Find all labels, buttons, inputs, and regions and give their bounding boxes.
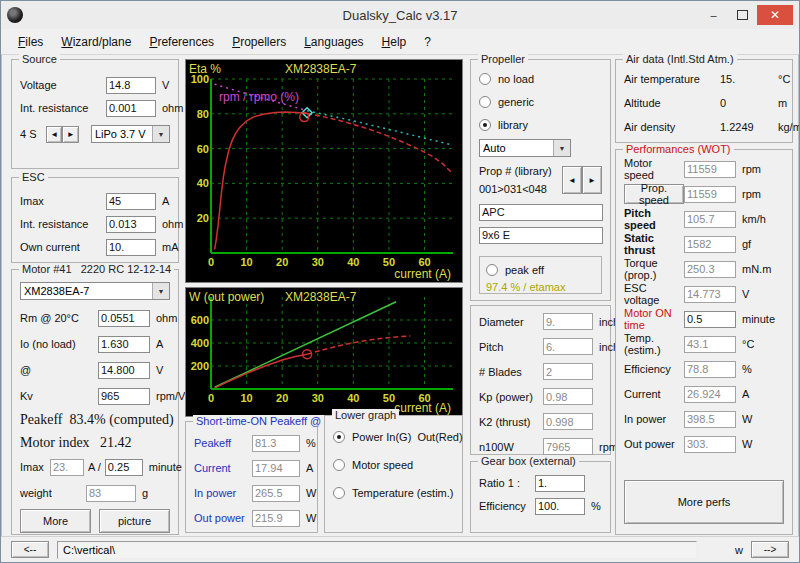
prop-next-button[interactable]: ► [582, 166, 602, 194]
more-perfs-button[interactable]: More perfs [624, 480, 784, 524]
kv-input[interactable] [98, 388, 150, 405]
svg-text:current (A): current (A) [394, 401, 451, 415]
svg-text:80: 80 [197, 108, 209, 120]
performance-label: Motor ON time [624, 307, 684, 331]
working-path-field[interactable]: C:\vertical\ [57, 541, 697, 559]
power-chart[interactable]: 0102030405060200400600W (out power)XM283… [185, 287, 463, 417]
source-int-resistance-input[interactable] [106, 100, 156, 117]
rm-label: Rm @ 20°C [20, 312, 98, 324]
svg-text:60: 60 [197, 143, 209, 155]
peak-eff-radio[interactable] [486, 264, 498, 276]
menu-question[interactable]: ? [415, 32, 440, 52]
performance-row: In powerW [624, 410, 784, 428]
picture-button[interactable]: picture [99, 509, 170, 533]
menu-propellers[interactable]: Propellers [223, 32, 295, 52]
chevron-down-icon: ▼ [152, 283, 169, 299]
source-group: Source Voltage V Int. resistance ohm 4 S… [11, 59, 179, 169]
svg-text:XM2838EA-7: XM2838EA-7 [285, 290, 357, 304]
lower-graph-option[interactable]: Temperature (estim.) [333, 484, 454, 502]
prop-prev-button[interactable]: ◄ [562, 166, 582, 194]
close-button[interactable]: ✕ [757, 5, 793, 25]
propeller-source-option[interactable]: library [479, 116, 602, 134]
prop-number-label: Prop # (library) [479, 165, 562, 177]
propeller-source-radio[interactable] [479, 96, 491, 108]
motor-model-select[interactable]: XM2838EA-7 ▼ [20, 282, 170, 300]
lower-graph-radio[interactable] [333, 487, 345, 499]
menu-help[interactable]: Help [373, 32, 416, 52]
maximize-button[interactable] [728, 5, 757, 25]
prop-size-input[interactable] [479, 227, 603, 244]
svg-text:30: 30 [312, 392, 324, 404]
short-time-value [252, 510, 300, 527]
motor-time-input[interactable] [105, 459, 143, 476]
propeller-source-option[interactable]: generic [479, 93, 602, 111]
short-time-row: In powerW [194, 484, 309, 502]
esc-int-resistance-input[interactable] [106, 216, 156, 233]
status-bar: <-- C:\vertical\ w --> [1, 536, 799, 562]
esc-own-current-input[interactable] [106, 239, 156, 256]
propeller-source-option[interactable]: no load [479, 70, 602, 88]
back-button[interactable]: <-- [11, 541, 49, 558]
voltage-input[interactable] [106, 77, 156, 94]
menu-files[interactable]: Files [9, 32, 52, 52]
left-arrow-icon: ◄ [50, 130, 58, 139]
lower-graph-radio[interactable] [333, 431, 345, 443]
esc-group-title: ESC [19, 171, 48, 183]
motor-imax-value [50, 459, 84, 476]
prop-param-value [543, 388, 593, 405]
gear-ratio-input[interactable] [535, 475, 585, 492]
at-voltage-input[interactable] [98, 362, 150, 379]
lower-graph-option[interactable]: Power In(G) Out(Red) [333, 428, 454, 446]
menu-preferences[interactable]: Preferences [140, 32, 223, 52]
more-button[interactable]: More [20, 509, 91, 533]
window-title: Dualsky_Calc v3.17 [1, 8, 799, 23]
at-voltage-label: @ [20, 364, 98, 376]
prop-param-value [543, 413, 593, 430]
propeller-source-option-label: no load [498, 73, 534, 85]
prop-mode-value: Auto [483, 142, 553, 154]
app-window: Dualsky_Calc v3.17 – ✕ Files Wizard/plan… [0, 0, 800, 563]
cells-decrement-button[interactable]: ◄ [46, 126, 62, 143]
gearbox-group: Gear box (external) Ratio 1 : Efficiency… [470, 461, 611, 533]
short-time-value [252, 435, 300, 452]
performance-label-button[interactable]: Prop. speed [624, 184, 684, 204]
propeller-source-radio[interactable] [479, 119, 491, 131]
forward-button[interactable]: --> [751, 541, 789, 558]
esc-imax-input[interactable] [106, 193, 156, 210]
menu-wizard-plane[interactable]: Wizard/plane [52, 32, 140, 52]
prop-brand-input[interactable] [479, 204, 603, 221]
svg-text:600: 600 [191, 314, 209, 326]
performance-value [684, 411, 736, 428]
performance-value [684, 336, 736, 353]
minimize-button[interactable]: – [699, 5, 728, 25]
short-time-value [252, 460, 300, 477]
performance-value[interactable] [684, 311, 736, 328]
eta-chart[interactable]: 010203040506020406080100Eta %XM2838EA-7r… [185, 59, 463, 283]
lower-graph-radio[interactable] [333, 459, 345, 471]
menu-languages[interactable]: Languages [295, 32, 372, 52]
prop-param-row: Diameterinch [479, 312, 602, 331]
gear-ratio-label: Ratio 1 : [479, 477, 535, 489]
prop-param-row: n100Wrpm [479, 437, 602, 456]
performance-value [684, 286, 736, 303]
cells-increment-button[interactable]: ► [62, 126, 78, 143]
battery-type-select[interactable]: LiPo 3.7 V ▼ [91, 125, 170, 143]
lower-graph-option[interactable]: Motor speed [333, 456, 454, 474]
prop-param-row: Pitchinch [479, 337, 602, 356]
performance-value [684, 236, 736, 253]
propeller-source-radio[interactable] [479, 73, 491, 85]
svg-text:Eta %: Eta % [189, 62, 221, 76]
right-arrow-icon: ► [588, 176, 596, 185]
prop-mode-select[interactable]: Auto ▼ [479, 139, 571, 157]
svg-text:40: 40 [197, 177, 209, 189]
rm-input[interactable] [98, 310, 150, 327]
air-data-label: Air temperature [624, 73, 720, 85]
io-input[interactable] [98, 336, 150, 353]
voltage-label: Voltage [20, 79, 106, 91]
performance-label: Temp. (estim.) [624, 332, 684, 356]
prop-param-label: Kp (power) [479, 391, 543, 403]
gear-efficiency-input[interactable] [535, 498, 585, 515]
svg-text:400: 400 [191, 337, 209, 349]
svg-text:10: 10 [240, 256, 252, 268]
short-time-label: Out power [194, 512, 252, 524]
